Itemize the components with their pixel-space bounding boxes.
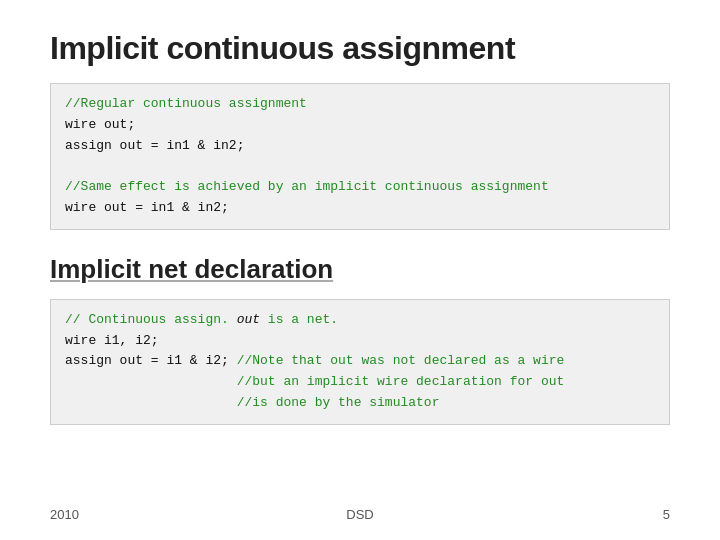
section-title: Implicit net declaration	[50, 254, 670, 285]
main-title: Implicit continuous assignment	[50, 30, 670, 67]
code-line-b4: //but an implicit wire declaration for o…	[65, 374, 564, 389]
code-line-3: assign out = in1 & in2;	[65, 138, 244, 153]
code-line-5: wire out = in1 & in2;	[65, 200, 229, 215]
slide-container: Implicit continuous assignment //Regular…	[0, 0, 720, 540]
footer-center: DSD	[346, 507, 373, 522]
code-comment-1: //Regular continuous assignment	[65, 96, 307, 111]
code-block-1: //Regular continuous assignment wire out…	[50, 83, 670, 230]
footer-year: 2010	[50, 507, 79, 522]
code-line-b2: wire i1, i2;	[65, 333, 159, 348]
code-comment-3: // Continuous assign. out is a net.	[65, 312, 338, 327]
footer-page: 5	[663, 507, 670, 522]
code-line-2: wire out;	[65, 117, 135, 132]
code-line-b5: //is done by the simulator	[65, 395, 439, 410]
code-comment-2: //Same effect is achieved by an implicit…	[65, 179, 549, 194]
code-block-2: // Continuous assign. out is a net. wire…	[50, 299, 670, 425]
code-line-b3: assign out = i1 & i2; //Note that out wa…	[65, 353, 564, 368]
